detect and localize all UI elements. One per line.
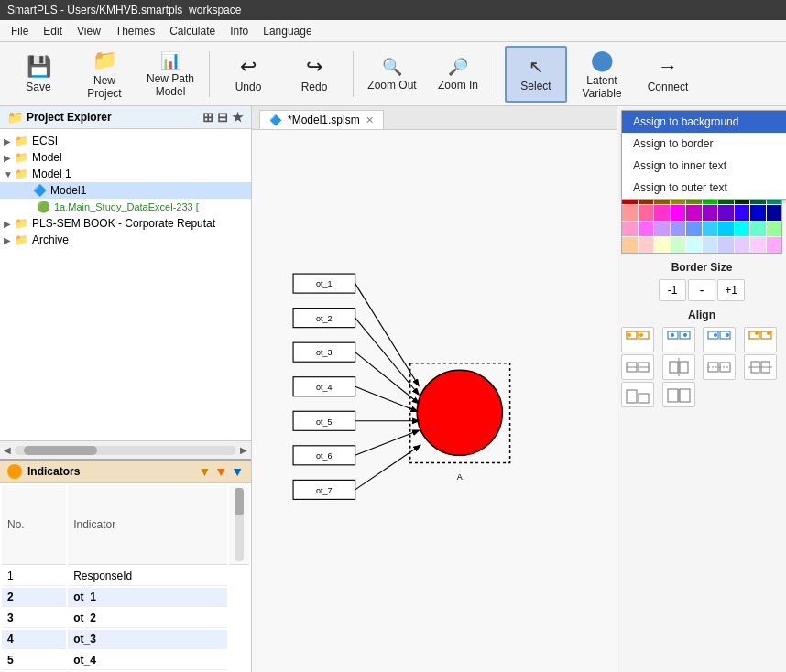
new-project-button[interactable]: 📁 New Project: [73, 46, 136, 103]
pe-star-icon[interactable]: ★: [232, 110, 244, 125]
zoom-in-button[interactable]: 🔎 Zoom In: [427, 46, 489, 103]
pe-minus-icon[interactable]: ⊟: [217, 110, 228, 125]
node-ot7[interactable]: ot_7: [293, 480, 355, 499]
latent-variable-button[interactable]: ⬤ Latent Variable: [571, 46, 633, 103]
color-cell-23[interactable]: [671, 205, 686, 221]
assign-inner-text-item[interactable]: Assign to inner text: [622, 155, 786, 177]
tree-item-plssem[interactable]: ▶ 📁 PLS-SEM BOOK - Corporate Reputat: [0, 215, 251, 232]
tree-item-archive[interactable]: ▶ 📁 Archive: [0, 232, 251, 248]
hscroll-left-arrow[interactable]: ◀: [4, 445, 11, 455]
node-ot5[interactable]: ot_5: [293, 411, 355, 430]
tree-item-data1[interactable]: 🟢 1a.Main_Study_DataExcel-233 [: [0, 199, 251, 215]
indicator-dot: [7, 464, 22, 479]
table-row[interactable]: 2ot_1: [2, 588, 249, 607]
redo-button[interactable]: ↪ Redo: [283, 46, 345, 103]
color-cell-22[interactable]: [654, 205, 670, 221]
filter-icon-1[interactable]: ▼: [198, 464, 211, 479]
color-cell-42[interactable]: [654, 237, 670, 253]
color-cell-36[interactable]: [718, 222, 734, 237]
menu-language[interactable]: Language: [256, 23, 319, 39]
align-btn-tr[interactable]: [703, 327, 736, 352]
color-cell-33[interactable]: [671, 222, 686, 237]
color-cell-30[interactable]: [622, 222, 638, 237]
color-cell-46[interactable]: [718, 237, 734, 253]
connect-button[interactable]: → Connect: [637, 46, 699, 103]
color-cell-41[interactable]: [639, 237, 654, 253]
zoom-out-button[interactable]: 🔍 Zoom Out: [361, 46, 423, 103]
table-row[interactable]: 5ot_4: [2, 651, 249, 670]
node-ot4[interactable]: ot_4: [293, 377, 355, 396]
menu-calculate[interactable]: Calculate: [162, 23, 223, 39]
color-cell-27[interactable]: [735, 205, 750, 221]
hscroll-area[interactable]: ◀ ▶: [0, 440, 251, 459]
pe-add-icon[interactable]: ⊞: [202, 110, 213, 125]
align-btn-bc[interactable]: [662, 382, 695, 407]
color-cell-44[interactable]: [686, 237, 702, 253]
color-cell-43[interactable]: [671, 237, 686, 253]
svg-rect-60: [627, 390, 637, 403]
save-button[interactable]: 💾 Save: [7, 46, 70, 103]
align-btn-mr2[interactable]: [744, 354, 777, 380]
color-cell-29[interactable]: [767, 205, 782, 221]
align-btn-mc[interactable]: [662, 354, 695, 380]
menu-view[interactable]: View: [70, 23, 108, 39]
color-cell-31[interactable]: [639, 222, 654, 237]
color-cell-21[interactable]: [639, 205, 654, 221]
canvas-tab-model1[interactable]: 🔷 *Model1.splsm ✕: [259, 110, 384, 129]
tree-item-model[interactable]: ▶ 📁 Model: [0, 149, 251, 166]
color-cell-35[interactable]: [703, 222, 718, 237]
assign-border-item[interactable]: Assign to border: [622, 133, 786, 155]
color-cell-24[interactable]: [686, 205, 702, 221]
color-cell-25[interactable]: [703, 205, 718, 221]
undo-button[interactable]: ↩ Undo: [217, 46, 279, 103]
color-cell-49[interactable]: [767, 237, 782, 253]
menu-info[interactable]: Info: [223, 23, 256, 39]
node-ot3[interactable]: ot_3: [293, 342, 355, 362]
color-cell-45[interactable]: [703, 237, 718, 253]
tree-item-model1[interactable]: ▼ 📁 Model 1: [0, 166, 251, 182]
align-btn-ml[interactable]: [621, 354, 654, 380]
hscroll-bar[interactable]: [15, 446, 236, 455]
filter-icon-2[interactable]: ▼: [214, 464, 227, 479]
border-size-plus-button[interactable]: +1: [717, 279, 745, 301]
table-row[interactable]: 3ot_2: [2, 609, 249, 628]
align-btn-mr[interactable]: [703, 354, 736, 380]
align-btn-tc[interactable]: [662, 327, 695, 352]
filter-icon-3[interactable]: ▼: [231, 464, 244, 479]
node-a[interactable]: A: [410, 363, 510, 482]
node-ot1[interactable]: ot_1: [293, 274, 355, 293]
svg-text:ot_6: ot_6: [316, 451, 333, 461]
color-cell-28[interactable]: [750, 205, 766, 221]
assign-background-item[interactable]: Assign to background: [622, 111, 786, 133]
color-cell-37[interactable]: [735, 222, 750, 237]
canvas-body[interactable]: ot_1 ot_2 ot_3 ot_4: [252, 130, 617, 672]
menu-file[interactable]: File: [4, 23, 36, 39]
align-btn-bl[interactable]: [621, 382, 654, 407]
border-size-minus-button[interactable]: -1: [659, 279, 686, 301]
color-cell-40[interactable]: [622, 237, 638, 253]
menu-edit[interactable]: Edit: [36, 23, 70, 39]
color-cell-34[interactable]: [686, 222, 702, 237]
color-cell-32[interactable]: [654, 222, 670, 237]
align-btn-tr2[interactable]: [744, 327, 777, 352]
tree-item-model1-sub[interactable]: 🔷 Model1: [0, 182, 251, 199]
node-ot2[interactable]: ot_2: [293, 309, 355, 328]
menu-themes[interactable]: Themes: [108, 23, 162, 39]
new-path-model-button[interactable]: 📊 New Path Model: [139, 46, 202, 103]
tab-close-btn[interactable]: ✕: [366, 114, 374, 126]
table-row[interactable]: 4ot_3: [2, 630, 249, 649]
color-cell-26[interactable]: [718, 205, 734, 221]
color-cell-39[interactable]: [767, 222, 782, 237]
connect-icon: →: [658, 55, 678, 79]
hscroll-right-arrow[interactable]: ▶: [240, 445, 247, 455]
color-cell-20[interactable]: [622, 205, 638, 221]
color-cell-38[interactable]: [750, 222, 766, 237]
table-row[interactable]: 1ResponseId: [2, 567, 249, 586]
tree-item-ecsi[interactable]: ▶ 📁 ECSI: [0, 133, 251, 149]
color-cell-47[interactable]: [735, 237, 750, 253]
assign-outer-text-item[interactable]: Assign to outer text: [622, 177, 786, 199]
color-cell-48[interactable]: [750, 237, 766, 253]
node-ot6[interactable]: ot_6: [293, 446, 355, 465]
align-btn-tl[interactable]: [621, 327, 654, 352]
select-button[interactable]: ↖ Select: [505, 46, 567, 103]
